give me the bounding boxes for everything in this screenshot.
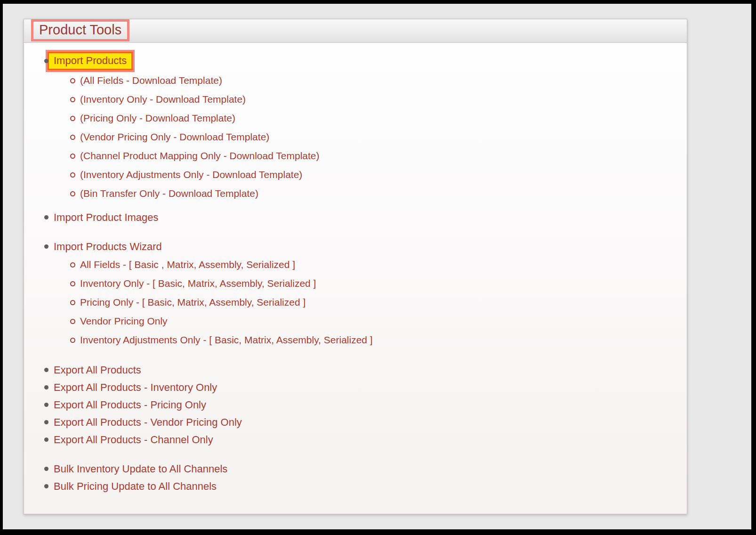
page-title: Product Tools	[39, 22, 121, 37]
link-bulk-pricing-update-to-all-channels[interactable]: Bulk Pricing Update to All Channels	[54, 480, 217, 492]
sub-list-item-all-fields-download-template[interactable]: (All Fields - Download Template)	[70, 71, 673, 90]
sub-list-item-channel-product-mapping-only-download-te[interactable]: (Channel Product Mapping Only - Download…	[70, 146, 673, 165]
link-export-all-products[interactable]: Export All Products	[54, 364, 141, 376]
link-pricing-only-download-template[interactable]: (Pricing Only - Download Template)	[80, 113, 235, 123]
link-vendor-pricing-only[interactable]: Vendor Pricing Only	[80, 316, 168, 326]
link-all-fields-download-template[interactable]: (All Fields - Download Template)	[80, 75, 222, 86]
list-item-export-all-products-channel-only[interactable]: Export All Products - Channel Only	[44, 431, 673, 448]
panel-header: Product Tools	[24, 19, 687, 43]
list-item-bulk-pricing-update-to-all-channels[interactable]: Bulk Pricing Update to All Channels	[44, 478, 673, 495]
sub-list-item-inventory-only-basic-matrix-assembly-ser[interactable]: Inventory Only - [ Basic, Matrix, Assemb…	[70, 274, 673, 293]
list-item-export-all-products[interactable]: Export All Products	[44, 361, 673, 379]
sub-list-item-pricing-only-download-template[interactable]: (Pricing Only - Download Template)	[70, 109, 673, 128]
menu-group: Bulk Inventory Update to All ChannelsBul…	[44, 460, 673, 495]
list-item-bulk-inventory-update-to-all-channels[interactable]: Bulk Inventory Update to All Channels	[44, 460, 673, 478]
list-item-export-all-products-vendor-pricing-only[interactable]: Export All Products - Vendor Pricing Onl…	[44, 413, 673, 431]
menu-group: Import Products(All Fields - Download Te…	[44, 50, 673, 226]
sub-list-item-inventory-adjustments-only-download-temp[interactable]: (Inventory Adjustments Only - Download T…	[70, 165, 673, 184]
link-vendor-pricing-only-download-template[interactable]: (Vendor Pricing Only - Download Template…	[80, 131, 269, 142]
link-export-all-products-vendor-pricing-only[interactable]: Export All Products - Vendor Pricing Onl…	[54, 416, 242, 428]
link-import-product-images[interactable]: Import Product Images	[54, 211, 159, 223]
highlighted-link-import-products[interactable]: Import Products	[48, 52, 133, 70]
link-channel-product-mapping-only-download-te[interactable]: (Channel Product Mapping Only - Download…	[80, 150, 320, 161]
link-bin-transfer-only-download-template[interactable]: (Bin Transfer Only - Download Template)	[80, 188, 258, 199]
page-background: Product Tools Import Products(All Fields…	[3, 4, 751, 529]
list-item-export-all-products-inventory-only[interactable]: Export All Products - Inventory Only	[44, 379, 673, 396]
menu-group: Import Products WizardAll Fields - [ Bas…	[44, 238, 673, 349]
link-inventory-only-basic-matrix-assembly-ser[interactable]: Inventory Only - [ Basic, Matrix, Assemb…	[80, 278, 316, 289]
sub-list-item-bin-transfer-only-download-template[interactable]: (Bin Transfer Only - Download Template)	[70, 184, 673, 203]
sub-menu: All Fields - [ Basic , Matrix, Assembly,…	[70, 255, 673, 349]
list-item-export-all-products-pricing-only[interactable]: Export All Products - Pricing Only	[44, 396, 673, 413]
link-inventory-adjustments-only-download-temp[interactable]: (Inventory Adjustments Only - Download T…	[80, 169, 302, 180]
sub-list-item-inventory-only-download-template[interactable]: (Inventory Only - Download Template)	[70, 90, 673, 109]
link-pricing-only-basic-matrix-assembly-seria[interactable]: Pricing Only - [ Basic, Matrix, Assembly…	[80, 297, 306, 308]
list-item-import-product-images[interactable]: Import Product Images	[44, 209, 673, 226]
link-export-all-products-pricing-only[interactable]: Export All Products - Pricing Only	[54, 399, 206, 411]
link-all-fields-basic-matrix-assembly-seriali[interactable]: All Fields - [ Basic , Matrix, Assembly,…	[80, 259, 295, 270]
menu-group: Export All ProductsExport All Products -…	[44, 361, 673, 448]
product-tools-panel: Product Tools Import Products(All Fields…	[24, 19, 687, 514]
sub-list-item-vendor-pricing-only-download-template[interactable]: (Vendor Pricing Only - Download Template…	[70, 128, 673, 146]
sub-list-item-inventory-adjustments-only-basic-matrix-[interactable]: Inventory Adjustments Only - [ Basic, Ma…	[70, 331, 673, 349]
sub-menu: (All Fields - Download Template)(Invento…	[70, 71, 673, 203]
sub-list-item-vendor-pricing-only[interactable]: Vendor Pricing Only	[70, 312, 673, 331]
link-inventory-adjustments-only-basic-matrix-[interactable]: Inventory Adjustments Only - [ Basic, Ma…	[80, 334, 373, 345]
sub-list-item-all-fields-basic-matrix-assembly-seriali[interactable]: All Fields - [ Basic , Matrix, Assembly,…	[70, 255, 673, 274]
link-bulk-inventory-update-to-all-channels[interactable]: Bulk Inventory Update to All Channels	[54, 463, 227, 475]
title-annotation-box: Product Tools	[31, 19, 129, 41]
list-item-import-products-wizard[interactable]: Import Products WizardAll Fields - [ Bas…	[44, 238, 673, 349]
link-export-all-products-inventory-only[interactable]: Export All Products - Inventory Only	[54, 381, 217, 393]
list-item-import-products[interactable]: Import Products(All Fields - Download Te…	[44, 50, 673, 203]
menu-content: Import Products(All Fields - Download Te…	[24, 43, 687, 495]
link-inventory-only-download-template[interactable]: (Inventory Only - Download Template)	[80, 94, 246, 105]
link-export-all-products-channel-only[interactable]: Export All Products - Channel Only	[54, 434, 213, 446]
link-import-products-wizard[interactable]: Import Products Wizard	[54, 241, 162, 252]
sub-list-item-pricing-only-basic-matrix-assembly-seria[interactable]: Pricing Only - [ Basic, Matrix, Assembly…	[70, 293, 673, 312]
